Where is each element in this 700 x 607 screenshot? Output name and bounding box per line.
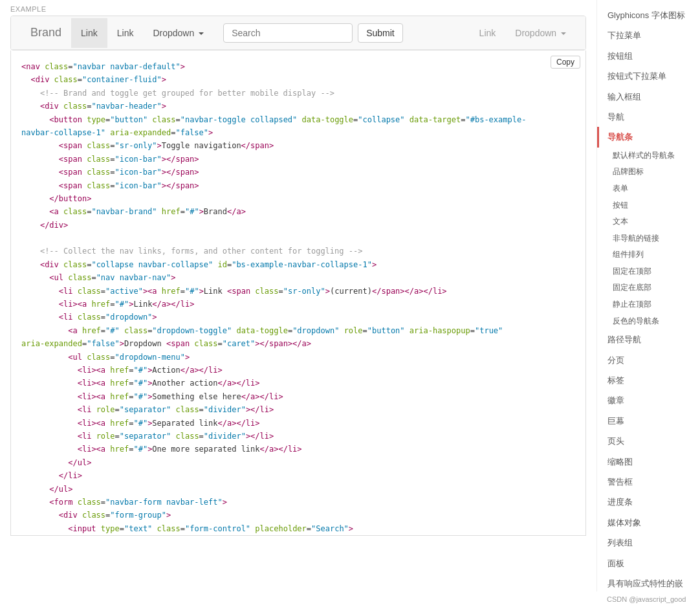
sidebar-item-3[interactable]: 按钮式下拉菜单 — [597, 66, 700, 86]
sidebar-items-container: Glyphicons 字体图标下拉菜单按钮组按钮式下拉菜单输入框组导航导航条默认… — [597, 5, 700, 607]
sidebar-item-5[interactable]: 导航 — [597, 107, 700, 127]
sidebar-item-6[interactable]: 导航条 — [597, 127, 700, 147]
sidebar-item-13[interactable]: 组件排列 — [597, 247, 700, 263]
submit-button[interactable]: Submit — [358, 23, 403, 43]
sidebar-item-16[interactable]: 静止在顶部 — [597, 296, 700, 313]
sidebar-item-22[interactable]: 巨幕 — [597, 411, 700, 431]
navbar-right-dropdown[interactable]: Dropdown — [505, 18, 576, 48]
search-input[interactable] — [223, 23, 353, 43]
sidebar-item-21[interactable]: 徽章 — [597, 390, 700, 410]
example-label: EXAMPLE — [0, 0, 596, 16]
sidebar-item-0[interactable]: Glyphicons 字体图标 — [597, 5, 700, 25]
navbar-demo: Brand Link Link Dropdown Submit Link Dro… — [11, 16, 585, 50]
caret-icon-right — [561, 32, 566, 35]
sidebar-item-27[interactable]: 媒体对象 — [597, 513, 700, 533]
sidebar-item-23[interactable]: 页头 — [597, 431, 700, 451]
sidebar-item-11[interactable]: 文本 — [597, 214, 700, 230]
sidebar-item-1[interactable]: 下拉菜单 — [597, 25, 700, 45]
sidebar: Glyphicons 字体图标下拉菜单按钮组按钮式下拉菜单输入框组导航导航条默认… — [596, 0, 700, 607]
navbar-form: Submit — [213, 18, 413, 48]
navbar-right: Link Dropdown — [470, 18, 576, 48]
sidebar-item-9[interactable]: 表单 — [597, 181, 700, 197]
sidebar-item-29[interactable]: 面板 — [597, 553, 700, 573]
navbar-brand[interactable]: Brand — [21, 16, 71, 49]
nav-dropdown-item[interactable]: Dropdown — [143, 18, 213, 48]
sidebar-item-14[interactable]: 固定在顶部 — [597, 263, 700, 280]
nav-link-2[interactable]: Link — [107, 18, 144, 48]
nav-link-item-2[interactable]: Link — [107, 18, 144, 48]
sidebar-item-25[interactable]: 警告框 — [597, 472, 700, 492]
sidebar-item-20[interactable]: 标签 — [597, 370, 700, 390]
sidebar-item-8[interactable]: 品牌图标 — [597, 164, 700, 181]
sidebar-item-28[interactable]: 列表组 — [597, 533, 700, 553]
nav-dropdown-toggle[interactable]: Dropdown — [143, 18, 213, 48]
navbar-right-link[interactable]: Link — [470, 18, 506, 48]
code-block: Copy <nav class="navbar navbar-default">… — [10, 50, 586, 536]
nav-link-1[interactable]: Link — [71, 18, 107, 48]
sidebar-item-4[interactable]: 输入框组 — [597, 87, 700, 107]
sidebar-item-26[interactable]: 进度条 — [597, 492, 700, 512]
code-content: <nav class="navbar navbar-default"> <div… — [21, 60, 575, 536]
csdn-footer: CSDN @javascript_good — [596, 591, 700, 607]
sidebar-item-10[interactable]: 按钮 — [597, 197, 700, 214]
caret-icon — [199, 32, 204, 35]
sidebar-item-7[interactable]: 默认样式的导航条 — [597, 148, 700, 164]
sidebar-item-2[interactable]: 按钮组 — [597, 46, 700, 66]
navbar-preview: Brand Link Link Dropdown Submit Link Dro… — [10, 16, 586, 50]
sidebar-item-18[interactable]: 路径导航 — [597, 329, 700, 349]
nav-link-item-1[interactable]: Link — [71, 18, 107, 48]
sidebar-item-17[interactable]: 反色的导航条 — [597, 313, 700, 330]
sidebar-item-15[interactable]: 固定在底部 — [597, 280, 700, 296]
navbar-links: Link Link Dropdown — [71, 18, 213, 48]
sidebar-item-24[interactable]: 缩略图 — [597, 452, 700, 472]
sidebar-item-12[interactable]: 非导航的链接 — [597, 230, 700, 247]
sidebar-item-19[interactable]: 分页 — [597, 350, 700, 370]
copy-button[interactable]: Copy — [551, 56, 580, 69]
